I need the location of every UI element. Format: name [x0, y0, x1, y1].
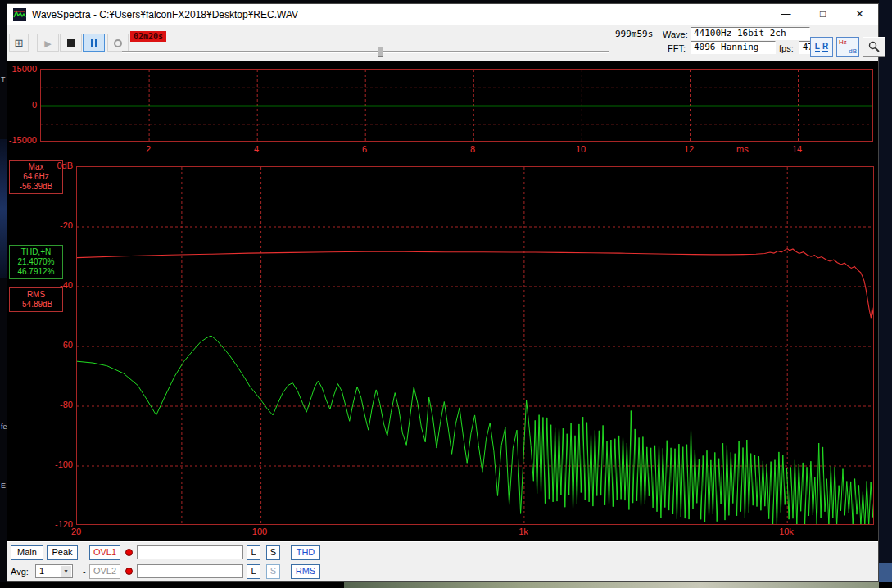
wave-unit-label: ms	[736, 144, 749, 155]
magnifier-icon	[867, 40, 881, 53]
pause-button[interactable]	[83, 34, 105, 52]
close-button[interactable]: ✕	[841, 4, 878, 25]
desktop-right-edge	[879, 0, 892, 588]
wave-x-tick: 4	[242, 144, 270, 155]
ovl1-indicator[interactable]	[125, 549, 133, 556]
stop-button[interactable]	[60, 34, 82, 52]
total-time-display: 999m59s	[615, 29, 653, 39]
thd-label: THD,+N	[10, 247, 62, 257]
app-icon	[13, 8, 26, 21]
fps-label: fps:	[779, 43, 794, 53]
wave-format-display: 44100Hz 16bit 2ch	[691, 27, 810, 40]
spectrum-plot	[76, 166, 874, 525]
hz-icon: Hz	[839, 38, 847, 46]
seek-slider[interactable]	[122, 51, 609, 53]
controls-bar: Main Peak - OVL1 L S THD Avg: 1▾ - OVL2 …	[7, 541, 878, 581]
maximize-button[interactable]: □	[804, 4, 841, 25]
record-button[interactable]	[107, 34, 129, 52]
max-level: -56.39dB	[10, 182, 62, 192]
wave-x-tick: 6	[351, 144, 378, 155]
s2-button[interactable]: S	[266, 564, 280, 579]
charts-area: 15000 0 -15000 2 4 6 8 10 12 14 ms Max 6…	[7, 61, 878, 541]
record-icon	[114, 39, 122, 47]
thd-readout: THD,+N 21.4070% 46.7912%	[9, 245, 63, 279]
play-icon: ▶	[44, 38, 51, 48]
maximize-icon: □	[820, 8, 826, 20]
rms-value: -54.89dB	[10, 300, 62, 310]
wave-x-tick: 8	[459, 144, 487, 155]
pause-icon	[90, 35, 98, 49]
zoom-button[interactable]	[863, 37, 885, 57]
wave-x-tick: 2	[134, 144, 162, 155]
minimize-icon: —	[781, 8, 791, 20]
play-button[interactable]: ▶	[37, 34, 59, 52]
channel-l-icon: L	[815, 42, 820, 52]
hz-db-button[interactable]: HzdB	[836, 37, 859, 57]
grid-icon: ⊞	[15, 37, 24, 49]
title-bar: WaveSpectra - C:¥Users¥falconFX2018¥Desk…	[7, 4, 878, 25]
wave-y-tick: 15000	[7, 64, 37, 75]
l1-button[interactable]: L	[247, 545, 260, 560]
desktop-icon-label-fragment: E	[1, 482, 6, 490]
rms-readout: RMS -54.89dB	[9, 287, 63, 312]
desktop-background: { "window": { "title": "WaveSpectra - C:…	[0, 0, 892, 588]
channel-r-icon: R	[822, 42, 828, 52]
thd-value-2: 46.7912%	[10, 267, 62, 277]
db-icon: dB	[849, 47, 857, 55]
avg-label: Avg:	[11, 567, 29, 577]
config-button[interactable]: ⊞	[9, 34, 29, 52]
separator-dash: -	[83, 548, 86, 558]
fft-label: FFT:	[668, 43, 686, 53]
app-window: WaveSpectra - C:¥Users¥falconFX2018¥Desk…	[7, 3, 879, 582]
elapsed-time-display: 02m20s	[130, 31, 166, 42]
spec-y-tick: -100	[43, 459, 73, 470]
ovl1-file-input[interactable]	[137, 545, 243, 559]
wave-x-tick: 10	[567, 144, 595, 155]
avg-select[interactable]: 1▾	[35, 564, 73, 578]
spec-y-tick: -80	[43, 400, 73, 410]
s1-button[interactable]: S	[266, 545, 280, 560]
fft-settings-display: 4096 Hanning	[691, 41, 776, 54]
spec-x-tick: 100	[246, 527, 274, 537]
desktop-icon-label-fragment: T	[1, 75, 6, 84]
minimize-button[interactable]: —	[767, 4, 804, 25]
wave-x-tick: 12	[675, 144, 703, 155]
spec-y-tick: -20	[43, 220, 73, 231]
spec-x-tick: 1k	[509, 527, 537, 537]
stop-icon	[67, 39, 75, 47]
waveform-plot	[40, 69, 873, 142]
thd-button[interactable]: THD	[291, 545, 320, 560]
channel-lr-button[interactable]: LR	[810, 37, 833, 57]
spec-y-tick: -60	[43, 340, 73, 351]
thd-value-1: 21.4070%	[10, 257, 62, 267]
spec-x-tick: 20	[62, 527, 90, 537]
close-icon: ✕	[855, 8, 863, 20]
wave-label: Wave:	[663, 29, 688, 39]
wave-x-tick: 14	[783, 144, 811, 155]
spec-y-tick: 0dB	[43, 161, 73, 171]
ovl1-button[interactable]: OVL1	[89, 545, 120, 560]
ovl2-file-input[interactable]	[137, 564, 243, 578]
main-button[interactable]: Main	[11, 545, 43, 560]
wave-y-tick: -15000	[7, 135, 37, 146]
l2-button[interactable]: L	[247, 564, 260, 579]
separator-dash: -	[83, 567, 86, 577]
wave-y-tick: 0	[7, 100, 37, 111]
ovl2-indicator[interactable]	[125, 568, 133, 575]
slider-thumb[interactable]	[378, 47, 383, 57]
rms-button[interactable]: RMS	[291, 564, 320, 579]
desktop-wallpaper-photo-sliver	[344, 582, 879, 588]
chevron-down-icon: ▾	[61, 566, 71, 577]
rms-label: RMS	[10, 290, 62, 300]
max-freq: 64.6Hz	[10, 172, 62, 182]
avg-value: 1	[39, 566, 44, 576]
window-title: WaveSpectra - C:¥Users¥falconFX2018¥Desk…	[32, 9, 298, 20]
spec-x-tick: 10k	[772, 527, 800, 537]
spec-y-tick: -40	[43, 280, 73, 291]
ovl2-button[interactable]: OVL2	[89, 564, 120, 579]
desktop-wallpaper-glow	[0, 139, 7, 278]
peak-button[interactable]: Peak	[47, 545, 78, 560]
toolbar: ⊞ ▶ 02m20s 999m59s Wave: 44100Hz 16bit 2…	[7, 25, 878, 61]
